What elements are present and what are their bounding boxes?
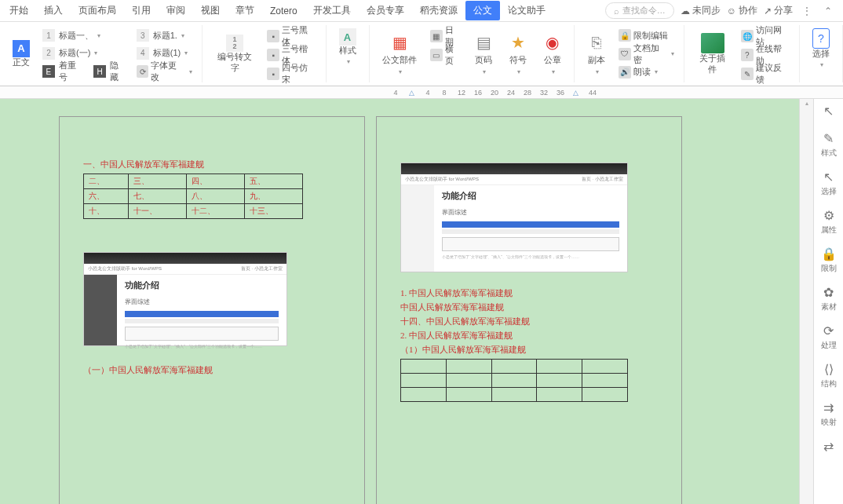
zhengwen-style-button[interactable]: A 正文 xyxy=(5,27,38,81)
question-icon: ? xyxy=(812,28,830,49)
paragraph-text[interactable]: （1）中国人民解放军海军福建舰 xyxy=(400,344,658,356)
bianhao-button[interactable]: 12 编号转文字 xyxy=(207,27,262,81)
menu-gongwen[interactable]: 公文 xyxy=(465,1,500,20)
paragraph-text[interactable]: 十四、中国人民解放军海军福建舰 xyxy=(400,316,658,327)
workspace: 📋 一、中国人民解放军海军福建舰 二、三、四、五、 六、七、八、九、 十、十一、… xyxy=(0,99,843,504)
feedback-icon: ✎ xyxy=(741,68,754,80)
gongwen-parts-button[interactable]: ▦公文部件▾ xyxy=(374,27,425,81)
lock-icon: 🔒 xyxy=(821,247,837,261)
side-mapping[interactable]: ⇉映射 xyxy=(821,400,837,428)
scroll-up-icon[interactable]: ▴ xyxy=(800,99,813,108)
doc-table-1[interactable]: 二、三、四、五、 六、七、八、九、 十、十一、十二、十三、 xyxy=(83,173,303,219)
menu-layout[interactable]: 页面布局 xyxy=(71,1,124,20)
menu-ref[interactable]: 引用 xyxy=(124,1,159,20)
share-icon: ↗ xyxy=(764,5,772,16)
read-button[interactable]: 🔊朗读▾ xyxy=(614,64,662,80)
more-icon[interactable]: ⋮ xyxy=(799,4,815,18)
menu-insert[interactable]: 插入 xyxy=(36,1,71,20)
menu-zotero[interactable]: Zotero xyxy=(262,2,305,20)
menu-start[interactable]: 开始 xyxy=(2,1,36,20)
structure-icon: ⟨⟩ xyxy=(824,362,834,377)
fuhao-button[interactable]: ★符号▾ xyxy=(501,27,535,81)
ribbon: A 正文 1标题一、▾ 2标题(一)▾ E着重号 H隐藏 3标题1.▾ 4标题(… xyxy=(0,22,843,86)
embedded-image-2[interactable]: 小恐龙公文排版助手 for Word/WPS首页 · 小恐龙工作室 功能介绍 界… xyxy=(400,163,628,272)
calendar-icon: ▦ xyxy=(430,30,443,42)
hengye-icon: ▭ xyxy=(430,49,443,61)
fuben-button[interactable]: ⎘副本▾ xyxy=(579,27,614,81)
feedback-button[interactable]: ✎建议反馈 xyxy=(736,60,794,87)
search-commands-input[interactable]: ⌕查找命令… xyxy=(605,2,674,19)
hide-button[interactable]: H隐藏 xyxy=(89,58,131,85)
style-button[interactable]: A样式▾ xyxy=(331,27,364,68)
yema-button[interactable]: ▤页码▾ xyxy=(466,27,501,81)
document-canvas[interactable]: 📋 一、中国人民解放军海军福建舰 二、三、四、五、 六、七、八、九、 十、十一、… xyxy=(0,99,799,504)
side-bottom[interactable]: ⇄ xyxy=(823,439,834,455)
side-cursor-icon[interactable]: ↖ xyxy=(823,104,834,120)
font-change-icon: ⟳ xyxy=(137,65,149,78)
embedded-image-1[interactable]: 小恐龙公文排版助手 for Word/WPS首页 · 小恐龙工作室 功能介绍 界… xyxy=(83,252,287,346)
title1-button[interactable]: 1标题一、▾ xyxy=(38,27,105,43)
menu-view[interactable]: 视图 xyxy=(193,1,228,20)
page-1: 一、中国人民解放军海军福建舰 二、三、四、五、 六、七、八、九、 十、十一、十二… xyxy=(59,116,365,504)
side-select[interactable]: ↖选择 xyxy=(821,170,837,197)
globe-icon: 🌐 xyxy=(741,30,754,42)
menu-thesis[interactable]: 论文助手 xyxy=(500,1,553,20)
transfer-icon: ⇄ xyxy=(823,439,834,454)
plugin-icon xyxy=(701,33,724,53)
bianhao-icon: 12 xyxy=(226,35,243,52)
zhengwen-icon: A xyxy=(13,40,30,57)
select-button[interactable]: ?选择▾ xyxy=(805,27,838,71)
gongzhang-button[interactable]: ◉公章▾ xyxy=(535,27,570,81)
sliders-icon: ⚙ xyxy=(823,208,834,223)
material-icon: ✿ xyxy=(823,285,834,300)
doc-table-2[interactable] xyxy=(400,359,628,402)
menu-bar: 开始 插入 页面布局 引用 审阅 视图 章节 Zotero 开发工具 会员专享 … xyxy=(0,0,843,22)
vertical-scrollbar[interactable]: ▴ xyxy=(799,99,813,504)
fuben-icon: ⎘ xyxy=(586,31,608,53)
side-material[interactable]: ✿素材 xyxy=(821,285,837,312)
yema-icon: ▤ xyxy=(473,31,494,53)
horizontal-ruler[interactable]: 4△ 48 1216 2024 2832 36△ 44 xyxy=(0,86,843,99)
menu-chapter[interactable]: 章节 xyxy=(228,1,262,20)
style-icon: A xyxy=(339,28,356,46)
menu-review[interactable]: 审阅 xyxy=(159,1,193,20)
font-icon: ▪ xyxy=(267,49,279,61)
share-button[interactable]: ↗分享 xyxy=(764,4,793,17)
right-side-panel: ↖ ✎样式 ↖选择 ⚙属性 🔒限制 ✿素材 ⟳处理 ⟨⟩结构 ⇉映射 ⇄ xyxy=(813,99,843,504)
help-icon: ? xyxy=(741,49,754,61)
speaker-icon: 🔊 xyxy=(619,66,631,79)
paragraph-text[interactable]: 中国人民解放军海军福建舰 xyxy=(400,301,658,313)
person-icon: ☺ xyxy=(727,5,736,16)
side-process[interactable]: ⟳处理 xyxy=(821,323,837,351)
cursor-icon: ↖ xyxy=(823,170,834,184)
title11-button[interactable]: 3标题1.▾ xyxy=(132,27,189,43)
menu-devtools[interactable]: 开发工具 xyxy=(305,1,359,20)
menu-daoker[interactable]: 稻壳资源 xyxy=(412,1,465,20)
paragraph-text[interactable]: （一）中国人民解放军海军福建舰 xyxy=(83,364,341,376)
refresh-icon: ⟳ xyxy=(823,323,834,338)
collab-button[interactable]: ☺协作 xyxy=(727,4,757,17)
pencil-icon: ✎ xyxy=(823,131,834,146)
paragraph-text[interactable]: 2. 中国人民解放军海军福建舰 xyxy=(400,330,658,341)
star-icon: ★ xyxy=(507,31,529,53)
mapping-icon: ⇉ xyxy=(823,400,834,415)
unsynced-button[interactable]: ☁未同步 xyxy=(681,4,721,17)
font-4s-button[interactable]: ▪四号仿宋 xyxy=(262,60,320,87)
collapse-ribbon-icon[interactable]: ⌃ xyxy=(821,4,835,18)
menu-member[interactable]: 会员专享 xyxy=(359,1,412,20)
heading-text[interactable]: 一、中国人民解放军海军福建舰 xyxy=(83,159,341,170)
hengye-button[interactable]: ▭横页 xyxy=(425,42,466,68)
gongwen-parts-icon: ▦ xyxy=(389,31,411,53)
about-plugin-button[interactable]: 关于插件 xyxy=(689,27,736,81)
cloud-icon: ☁ xyxy=(681,5,690,16)
emphasis-button[interactable]: E着重号 xyxy=(38,58,89,85)
page-2: 小恐龙公文排版助手 for Word/WPS首页 · 小恐龙工作室 功能介绍 界… xyxy=(376,116,682,504)
font-icon: ▪ xyxy=(267,30,279,42)
stamp-icon: ◉ xyxy=(542,31,564,53)
side-limit[interactable]: 🔒限制 xyxy=(821,247,837,274)
paragraph-text[interactable]: 1. 中国人民解放军海军福建舰 xyxy=(400,287,658,299)
side-style[interactable]: ✎样式 xyxy=(821,131,837,159)
side-props[interactable]: ⚙属性 xyxy=(821,208,837,236)
font-change-button[interactable]: ⟳字体更改▾ xyxy=(132,58,197,85)
side-structure[interactable]: ⟨⟩结构 xyxy=(821,362,837,389)
